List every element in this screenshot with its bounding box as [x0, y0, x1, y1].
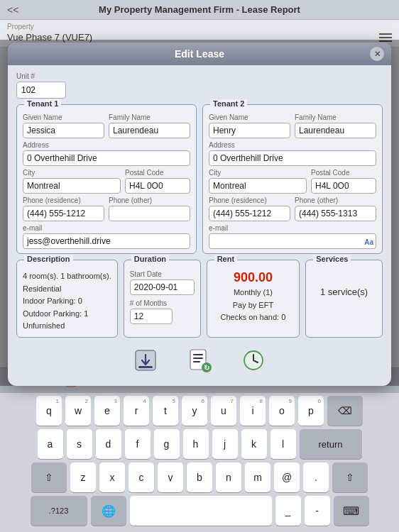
key-dot[interactable]: .	[303, 462, 329, 492]
key-i[interactable]: 8i	[240, 396, 266, 426]
key-l[interactable]: l	[270, 429, 296, 459]
delete-key[interactable]: ⌫	[327, 396, 363, 426]
t1-email-label: e-mail	[23, 224, 190, 232]
t2-city-label: City	[209, 169, 307, 177]
t2-given-label: Given Name	[209, 113, 290, 121]
t1-family-input[interactable]	[109, 123, 190, 138]
save-button[interactable]	[133, 348, 158, 373]
svg-rect-4	[193, 358, 203, 359]
history-button[interactable]	[241, 348, 266, 373]
key-n[interactable]: n	[216, 462, 241, 492]
key-x[interactable]: x	[99, 462, 125, 492]
shift-left-key[interactable]: ⇧	[31, 462, 67, 492]
tenant2-title: Tenant 2	[210, 99, 247, 108]
key-g[interactable]: g	[154, 429, 180, 459]
return-key[interactable]: return	[300, 429, 362, 459]
desc-line-5: Unfurnished	[23, 320, 111, 333]
key-j[interactable]: j	[212, 429, 238, 459]
t1-city-label: City	[23, 169, 121, 177]
kb-row-2: a s d f g h j k l return	[1, 429, 398, 459]
services-content: 1 service(s)	[312, 270, 376, 313]
key-c[interactable]: c	[129, 462, 154, 492]
t2-postal-input[interactable]	[311, 178, 376, 194]
lower-row: Description 4 room(s). 1 bathroom(s). Re…	[16, 260, 383, 338]
globe-key[interactable]: 🌐	[91, 496, 126, 526]
key-z[interactable]: z	[70, 462, 96, 492]
services-title: Services	[313, 255, 351, 263]
key-p[interactable]: 0p	[298, 396, 324, 426]
key-a[interactable]: a	[38, 429, 63, 459]
t2-phone-res-input[interactable]	[209, 206, 290, 221]
modal-close-button[interactable]: ✕	[370, 47, 384, 61]
duration-content: Start Date # of Months	[130, 270, 195, 324]
modal-overlay: Edit Lease ✕ Unit # Tenant 1 Given Name	[0, 40, 399, 386]
t1-address-input[interactable]	[23, 150, 190, 166]
t2-phone-res-label: Phone (residence)	[209, 196, 290, 204]
key-w[interactable]: 2w	[65, 396, 91, 426]
start-date-input[interactable]	[130, 279, 195, 295]
t2-family-label: Family Name	[295, 113, 376, 121]
key-underscore[interactable]: _	[275, 496, 301, 526]
t2-phone-other-input[interactable]	[295, 206, 376, 221]
svg-rect-1	[138, 366, 153, 368]
t2-family-input[interactable]	[295, 123, 376, 138]
key-f[interactable]: f	[125, 429, 151, 459]
t1-phone-other-input[interactable]	[109, 206, 190, 221]
space-key[interactable]	[130, 496, 272, 526]
keyboard-dismiss-key[interactable]: ⌨	[334, 496, 369, 526]
report-button[interactable]: ↻	[187, 348, 212, 373]
key-d[interactable]: d	[96, 429, 121, 459]
t1-phone-other-label: Phone (other)	[109, 196, 190, 204]
months-input[interactable]	[130, 309, 173, 324]
key-k[interactable]: k	[241, 429, 267, 459]
keyboard-section: ← → 📋 1q 2w 3e 4r 5t 6y 7u 8i 9o 0p ⌫ a …	[0, 367, 399, 532]
rent-frequency: Monthly (1)	[213, 287, 294, 299]
tenant1-title: Tenant 1	[24, 99, 61, 108]
key-u[interactable]: 7u	[211, 396, 236, 426]
desc-line-1: 4 room(s). 1 bathroom(s).	[23, 270, 111, 283]
rent-box: Rent 900.00 Monthly (1) Pay by EFT Check…	[207, 260, 300, 338]
t1-email-input[interactable]	[23, 233, 190, 249]
t1-city-input[interactable]	[23, 178, 121, 194]
t2-address-input[interactable]	[209, 150, 376, 166]
svg-text:↻: ↻	[204, 364, 209, 372]
aa-badge: Aa	[364, 238, 373, 246]
kb-row-4: .?123 🌐 _ - ⌨	[1, 496, 398, 526]
months-label: # of Months	[130, 299, 195, 307]
key-v[interactable]: v	[158, 462, 183, 492]
t1-given-input[interactable]	[23, 123, 104, 138]
t1-phone-res-input[interactable]	[23, 206, 104, 221]
back-button[interactable]: <<	[7, 4, 18, 16]
keyboard: 1q 2w 3e 4r 5t 6y 7u 8i 9o 0p ⌫ a s d f …	[0, 393, 399, 532]
rent-amount: 900.00	[213, 270, 294, 285]
key-o[interactable]: 9o	[269, 396, 295, 426]
key-s[interactable]: s	[67, 429, 92, 459]
shift-right-key[interactable]: ⇧	[332, 462, 368, 492]
t2-phone-other-label: Phone (other)	[295, 196, 376, 204]
t1-given-label: Given Name	[23, 113, 104, 121]
svg-rect-3	[193, 354, 203, 355]
kb-row-1: 1q 2w 3e 4r 5t 6y 7u 8i 9o 0p ⌫	[1, 396, 398, 426]
unit-input[interactable]	[16, 82, 66, 99]
key-r[interactable]: 4r	[124, 396, 149, 426]
t2-email-input[interactable]	[209, 233, 376, 249]
key-m[interactable]: m	[245, 462, 270, 492]
t1-postal-input[interactable]	[125, 178, 190, 194]
key-t[interactable]: 5t	[153, 396, 178, 426]
t2-given-input[interactable]	[209, 123, 290, 138]
t1-family-label: Family Name	[109, 113, 190, 121]
rent-pay-method: Pay by EFT	[213, 299, 294, 312]
key-b[interactable]: b	[187, 462, 212, 492]
t2-city-input[interactable]	[209, 178, 307, 194]
t2-email-label: e-mail	[209, 224, 376, 232]
key-q[interactable]: 1q	[36, 396, 62, 426]
switch-key[interactable]: .?123	[31, 496, 87, 526]
services-count: 1 service(s)	[320, 287, 368, 297]
kb-row-3: ⇧ z x c v b n m @ . ⇧	[1, 462, 398, 492]
key-y[interactable]: 6y	[182, 396, 207, 426]
key-dash[interactable]: -	[305, 496, 330, 526]
key-e[interactable]: 3e	[94, 396, 120, 426]
key-h[interactable]: h	[183, 429, 209, 459]
t1-address-label: Address	[23, 141, 190, 149]
key-at[interactable]: @	[274, 462, 300, 492]
